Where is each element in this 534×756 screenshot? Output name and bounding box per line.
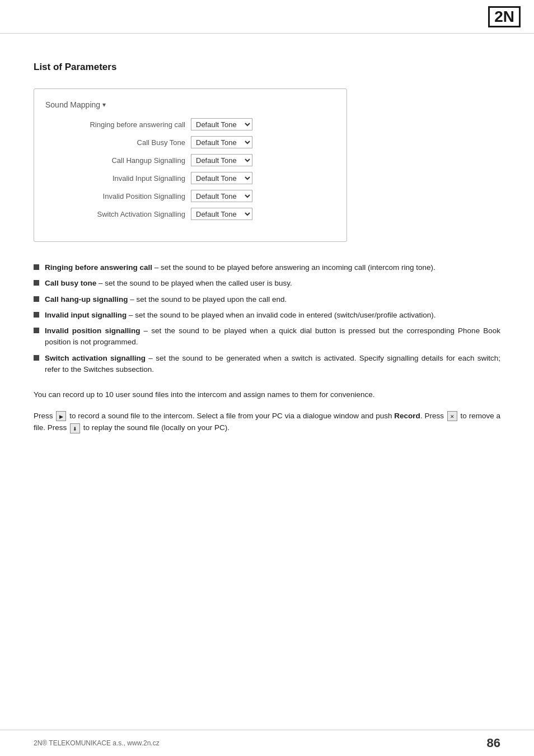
bullet-icon [34, 280, 39, 286]
param-label: Ringing before answering call [45, 120, 191, 129]
sound-mapping-box: Sound Mapping ▾ Ringing before answering… [34, 88, 347, 242]
footer-page: 86 [487, 736, 500, 750]
top-bar: 2N [0, 0, 534, 34]
bullet-icon [34, 264, 39, 270]
param-select-wrap: Default ToneUser Sound 1User Sound 2 [191, 208, 252, 220]
param-select-wrap: Default ToneUser Sound 1User Sound 2 [191, 136, 252, 148]
param-select-3[interactable]: Default ToneUser Sound 1User Sound 2 [191, 172, 252, 184]
bullet-text: Invalid input signalling – set the sound… [45, 310, 436, 321]
sound-mapping-header[interactable]: Sound Mapping ▾ [45, 100, 330, 109]
bullet-text: Invalid position signalling – set the so… [45, 325, 500, 348]
list-item: Switch activation signalling – set the s… [34, 353, 500, 376]
sound-mapping-label: Sound Mapping [45, 100, 100, 109]
bullet-icon [34, 328, 39, 333]
list-item: Ringing before answering call – set the … [34, 262, 500, 273]
param-select-1[interactable]: Default ToneUser Sound 1User Sound 2 [191, 136, 252, 148]
list-item: Call hang-up signalling – set the sound … [34, 294, 500, 305]
bullet-icon [34, 296, 39, 302]
record-label: Record [394, 412, 420, 420]
param-select-wrap: Default ToneUser Sound 1User Sound 2 [191, 190, 252, 202]
param-label: Call Hangup Signalling [45, 156, 191, 165]
bullet-text: Ringing before answering call – set the … [45, 262, 435, 273]
bullet-icon [34, 312, 39, 318]
list-item: Invalid position signalling – set the so… [34, 325, 500, 348]
paragraph-1: You can record up to 10 user sound files… [34, 389, 500, 401]
replay-icon [70, 423, 80, 433]
list-item: Call busy tone – set the sound to be pla… [34, 278, 500, 289]
list-item: Invalid input signalling – set the sound… [34, 310, 500, 321]
param-row: Ringing before answering callDefault Ton… [45, 118, 330, 130]
param-select-wrap: Default ToneUser Sound 1User Sound 2 [191, 118, 252, 130]
footer-left: 2N® TELEKOMUNIKACE a.s., www.2n.cz [34, 739, 160, 747]
param-label: Switch Activation Signalling [45, 210, 191, 218]
param-label: Invalid Input Signalling [45, 174, 191, 183]
remove-icon [447, 411, 457, 421]
play-icon [56, 411, 66, 421]
param-select-2[interactable]: Default ToneUser Sound 1User Sound 2 [191, 154, 252, 166]
bullet-text: Switch activation signalling – set the s… [45, 353, 500, 376]
param-select-0[interactable]: Default ToneUser Sound 1User Sound 2 [191, 118, 252, 130]
paragraph-2: Press to record a sound file to the inte… [34, 410, 500, 434]
param-row: Call Hangup SignallingDefault ToneUser S… [45, 154, 330, 166]
param-row: Invalid Position SignallingDefault ToneU… [45, 190, 330, 202]
main-content: List of Parameters Sound Mapping ▾ Ringi… [0, 34, 534, 488]
bullet-icon [34, 355, 39, 361]
bullet-text: Call busy tone – set the sound to be pla… [45, 278, 292, 289]
param-select-5[interactable]: Default ToneUser Sound 1User Sound 2 [191, 208, 252, 220]
logo: 2N [488, 6, 521, 27]
section-title: List of Parameters [34, 62, 500, 73]
param-label: Call Busy Tone [45, 138, 191, 147]
bullet-text: Call hang-up signalling – set the sound … [45, 294, 287, 305]
param-label: Invalid Position Signalling [45, 192, 191, 200]
footer: 2N® TELEKOMUNIKACE a.s., www.2n.cz 86 [0, 730, 534, 756]
param-row: Switch Activation SignallingDefault Tone… [45, 208, 330, 220]
param-select-4[interactable]: Default ToneUser Sound 1User Sound 2 [191, 190, 252, 202]
param-row: Call Busy ToneDefault ToneUser Sound 1Us… [45, 136, 330, 148]
param-select-wrap: Default ToneUser Sound 1User Sound 2 [191, 154, 252, 166]
param-select-wrap: Default ToneUser Sound 1User Sound 2 [191, 172, 252, 184]
sound-mapping-arrow: ▾ [102, 101, 106, 109]
param-rows: Ringing before answering callDefault Ton… [45, 118, 330, 220]
bullet-list: Ringing before answering call – set the … [34, 262, 500, 375]
param-row: Invalid Input SignallingDefault ToneUser… [45, 172, 330, 184]
